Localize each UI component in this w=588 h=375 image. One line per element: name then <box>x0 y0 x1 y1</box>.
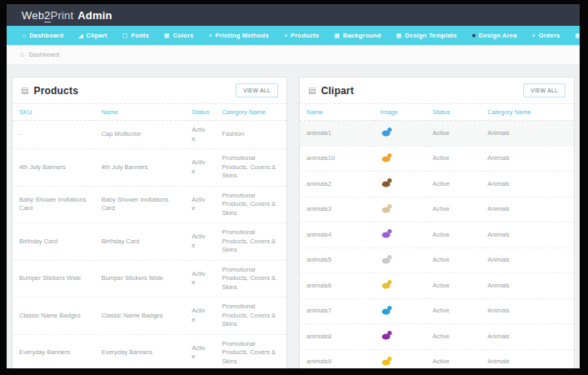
clipart-image-cell <box>374 222 426 248</box>
clipart-status-cell: Active <box>426 273 481 299</box>
product-category-cell: Promotional Products, Covers & Skins <box>215 149 287 187</box>
home-icon: ⌂ <box>22 32 26 38</box>
products-view-all-button[interactable]: VIEW ALL <box>236 83 278 98</box>
column-header-status[interactable]: Status <box>185 104 215 121</box>
nav-item-printing-methods[interactable]: ×Printing Methods <box>201 26 277 45</box>
products-panel: ▤ Products VIEW ALL SKUNameStatusCategor… <box>12 77 287 368</box>
breadcrumb-label[interactable]: Dashboard <box>28 51 59 58</box>
nav-item-label: Background <box>343 32 381 39</box>
logo-part-print: Print <box>51 9 74 22</box>
clipart-name-cell: animals4 <box>300 222 374 248</box>
column-header-status[interactable]: Status <box>426 104 481 121</box>
clipart-status-cell: Active <box>426 172 481 198</box>
clipart-category-cell: Animals <box>481 298 574 324</box>
column-header-name[interactable]: Name <box>300 104 374 121</box>
product-name-cell: 4th July Banners <box>95 149 186 187</box>
clipart-status-cell: Active <box>426 197 481 222</box>
logo-part-2: 2 <box>44 9 50 22</box>
clipart-row: animals7ActiveAnimals <box>300 298 574 324</box>
font-icon: ▢ <box>122 32 128 38</box>
product-row: Everyday BannersEveryday BannersActivePr… <box>12 334 287 368</box>
clipart-name-cell: animals9 <box>300 349 374 368</box>
clipart-row: animals4ActiveAnimals <box>300 222 574 248</box>
clipart-category-cell: Animals <box>481 324 574 350</box>
clipart-status-cell: Active <box>426 248 481 273</box>
column-header-category-name[interactable]: Category Name <box>215 104 287 121</box>
product-row: 4th July Banners4th July BannersActivePr… <box>12 149 287 187</box>
nav-item-label: Colors <box>172 32 193 39</box>
product-name-cell: Classic Name Badges <box>95 298 186 335</box>
design-area-icon: ■ <box>472 32 476 38</box>
product-status-cell: Active <box>185 186 215 223</box>
product-sku-cell: Classic Name Badges <box>12 298 95 335</box>
product-category-cell: Promotional Products, Covers & Skins <box>215 260 287 298</box>
clipart-category-cell: Animals <box>481 222 574 248</box>
clipart-name-cell: animals2 <box>300 172 374 198</box>
nav-item-orders[interactable]: ×Orders <box>525 26 568 45</box>
column-header-sku[interactable]: SKU <box>12 104 95 121</box>
clipart-image-cell <box>374 324 426 350</box>
products-panel-header: ▤ Products VIEW ALL <box>12 78 287 103</box>
column-header-image[interactable]: Image <box>374 104 426 121</box>
nav-item-settings[interactable]: ▦Settings <box>567 26 580 45</box>
product-name-cell: Bumper Stickers Wide <box>95 260 186 298</box>
product-name-cell: Cap Multicolor <box>95 121 186 149</box>
purple-bats-clipart <box>381 228 392 239</box>
nav-item-clipart[interactable]: ◢Clipart <box>71 26 115 45</box>
clipart-image-cell <box>374 121 426 147</box>
top-header: Web2PrintAdmin <box>7 4 580 26</box>
clipart-name-cell: animals5 <box>300 248 374 273</box>
gold-chick-clipart <box>381 355 392 367</box>
column-header-name[interactable]: Name <box>95 104 186 121</box>
grid-icon: ▦ <box>164 32 170 38</box>
nav-item-label: Design Area <box>479 32 517 39</box>
nav-item-background[interactable]: ▦Background <box>326 26 388 45</box>
clipart-name-cell: animals7 <box>300 298 374 324</box>
nav-item-dashboard[interactable]: ⌂Dashboard <box>15 26 71 45</box>
clipart-view-all-button[interactable]: VIEW ALL <box>523 83 566 98</box>
product-row: Bumper Stickers WideBumper Stickers Wide… <box>12 260 287 298</box>
tan-bird-clipart <box>381 202 392 214</box>
clipart-status-cell: Active <box>426 349 481 368</box>
clipart-panel: ▤ Clipart VIEW ALL NameImageStatusCatego… <box>299 77 575 368</box>
purple-jellyfish-clipart <box>381 329 392 341</box>
grid-icon: ▦ <box>575 32 580 38</box>
clipart-name-cell: animals10 <box>300 146 374 172</box>
dashboard-main: ▤ Products VIEW ALL SKUNameStatusCategor… <box>7 65 580 368</box>
product-sku-cell: 4th July Banners <box>12 149 95 187</box>
clipart-status-cell: Active <box>426 324 481 350</box>
nav-item-colors[interactable]: ▦Colors <box>157 26 202 45</box>
nav-item-design-template[interactable]: ▦Design Template <box>389 26 465 45</box>
clipart-row: animals6ActiveAnimals <box>300 273 574 299</box>
nav-item-label: Orders <box>539 32 561 39</box>
gold-lion-clipart <box>381 152 392 163</box>
blue-hippo-clipart <box>381 304 392 316</box>
nav-item-label: Dashboard <box>29 32 63 39</box>
clipart-image-cell <box>374 349 426 368</box>
clipart-category-cell: Animals <box>481 172 574 198</box>
chart-icon: ◢ <box>78 32 82 38</box>
x-icon: × <box>208 32 212 38</box>
white-goat-clipart <box>381 253 392 265</box>
list-icon: ▤ <box>308 87 316 95</box>
clipart-category-cell: Animals <box>481 349 574 368</box>
clipart-category-cell: Animals <box>481 273 574 299</box>
clipart-status-cell: Active <box>426 121 481 147</box>
clipart-name-cell: animals8 <box>300 324 374 350</box>
clipart-status-cell: Active <box>426 146 481 172</box>
product-name-cell: Birthday Card <box>95 223 186 261</box>
nav-item-design-area[interactable]: ■Design Area <box>465 26 525 45</box>
clipart-panel-title: Clipart <box>321 85 523 97</box>
nav-item-fonts[interactable]: ▢Fonts <box>115 26 157 45</box>
product-row: -Cap MulticolorActiveFashion <box>12 121 287 149</box>
logo-part-admin: Admin <box>77 9 112 22</box>
nav-item-products[interactable]: ×Products <box>277 26 326 45</box>
column-header-category-name[interactable]: Category Name <box>481 104 574 121</box>
main-nav: ⌂Dashboard◢Clipart▢Fonts▦Colors×Printing… <box>7 26 580 45</box>
nav-item-label: Clipart <box>87 32 107 39</box>
product-status-cell: Active <box>185 260 215 298</box>
product-status-cell: Active <box>185 334 215 368</box>
clipart-image-cell <box>374 197 426 222</box>
clipart-name-cell: animals6 <box>300 273 374 299</box>
product-sku-cell: Bumper Stickers Wide <box>12 260 95 298</box>
